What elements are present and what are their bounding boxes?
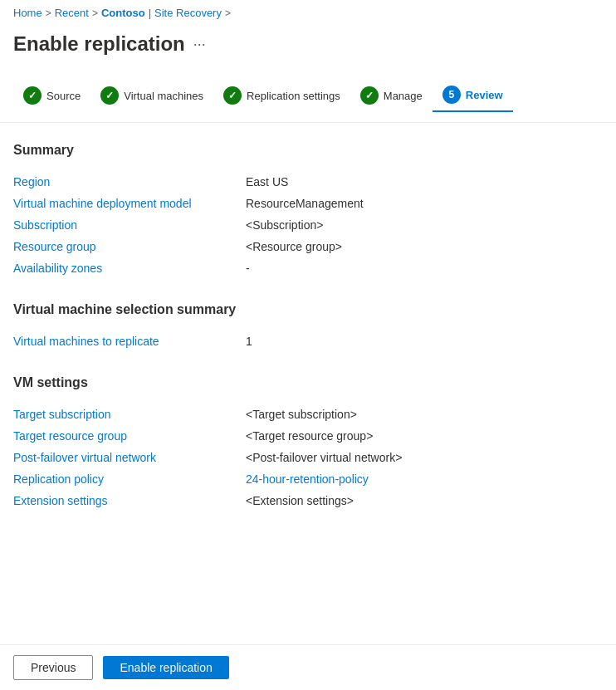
target-sub-label[interactable]: Target subscription (13, 408, 246, 421)
step-replication-settings[interactable]: Replication settings (213, 80, 350, 111)
wizard-steps: Source Virtual machines Replication sett… (0, 69, 616, 123)
summary-deployment-value: ResourceManagement (246, 197, 364, 210)
step-source-label: Source (46, 90, 81, 102)
summary-rg-label[interactable]: Resource group (13, 240, 246, 253)
target-sub-value: <Target subscription> (246, 408, 357, 421)
vm-selection-section: Virtual machine selection summary Virtua… (13, 302, 603, 352)
table-row: Virtual machine deployment model Resourc… (13, 193, 603, 214)
step-manage-check-icon (360, 86, 379, 105)
step-source[interactable]: Source (13, 80, 90, 111)
step-manage-label: Manage (384, 90, 423, 102)
step-virtual-machines[interactable]: Virtual machines (90, 80, 213, 111)
previous-button[interactable]: Previous (13, 655, 93, 680)
vm-selection-table: Virtual machines to replicate 1 (13, 330, 603, 352)
post-failover-vnet-value: <Post-failover virtual network> (246, 451, 402, 464)
summary-deployment-label[interactable]: Virtual machine deployment model (13, 197, 246, 210)
step-manage[interactable]: Manage (350, 80, 433, 111)
table-row: Target resource group <Target resource g… (13, 425, 603, 447)
step-rep-label: Replication settings (247, 90, 340, 102)
breadcrumb-site-recovery[interactable]: Site Recovery (154, 7, 222, 19)
table-row: Post-failover virtual network <Post-fail… (13, 447, 603, 468)
breadcrumb-contoso[interactable]: Contoso (101, 7, 145, 19)
target-rg-label[interactable]: Target resource group (13, 429, 246, 443)
page-header: Enable replication ··· (0, 26, 616, 69)
step-rep-check-icon (223, 86, 242, 105)
step-vm-check-icon (100, 86, 119, 105)
replication-policy-value[interactable]: 24-hour-retention-policy (246, 472, 369, 486)
more-options-icon[interactable]: ··· (193, 36, 206, 53)
summary-table: Region East US Virtual machine deploymen… (13, 171, 603, 279)
breadcrumb: Home > Recent > Contoso | Site Recovery … (0, 0, 616, 26)
breadcrumb-sep-3: > (225, 7, 231, 19)
step-review-num-icon: 5 (442, 86, 461, 104)
target-rg-value: <Target resource group> (246, 429, 373, 443)
vm-settings-table: Target subscription <Target subscription… (13, 404, 603, 511)
summary-subscription-label[interactable]: Subscription (13, 218, 246, 232)
replication-policy-label[interactable]: Replication policy (13, 472, 246, 486)
step-review[interactable]: 5 Review (433, 79, 513, 112)
enable-replication-button[interactable]: Enable replication (103, 656, 228, 679)
vm-settings-section: VM settings Target subscription <Target … (13, 375, 603, 511)
extension-settings-label[interactable]: Extension settings (13, 494, 246, 507)
summary-section: Summary Region East US Virtual machine d… (13, 143, 603, 279)
summary-subscription-value: <Subscription> (246, 218, 323, 232)
breadcrumb-home[interactable]: Home (13, 7, 42, 19)
breadcrumb-pipe: | (149, 7, 151, 19)
post-failover-vnet-label[interactable]: Post-failover virtual network (13, 451, 246, 464)
table-row: Availability zones - (13, 257, 603, 279)
table-row: Target subscription <Target subscription… (13, 404, 603, 425)
breadcrumb-recent[interactable]: Recent (55, 7, 89, 19)
summary-az-value: - (246, 262, 250, 275)
footer: Previous Enable replication (0, 644, 616, 690)
table-row: Resource group <Resource group> (13, 236, 603, 257)
step-source-check-icon (23, 86, 42, 105)
step-vm-label: Virtual machines (124, 90, 203, 102)
summary-rg-value: <Resource group> (246, 240, 342, 253)
step-review-label: Review (466, 89, 503, 101)
breadcrumb-sep-2: > (92, 7, 98, 19)
summary-az-label[interactable]: Availability zones (13, 262, 246, 275)
main-content: Summary Region East US Virtual machine d… (0, 123, 616, 555)
vms-to-replicate-value: 1 (246, 335, 252, 348)
extension-settings-value: <Extension settings> (246, 494, 354, 507)
table-row: Virtual machines to replicate 1 (13, 330, 603, 352)
table-row: Subscription <Subscription> (13, 214, 603, 236)
table-row: Replication policy 24-hour-retention-pol… (13, 468, 603, 490)
page-title: Enable replication (13, 32, 185, 56)
table-row: Extension settings <Extension settings> (13, 490, 603, 511)
vms-to-replicate-label[interactable]: Virtual machines to replicate (13, 335, 246, 348)
breadcrumb-sep-1: > (46, 7, 51, 19)
summary-region-value: East US (246, 175, 288, 188)
vm-settings-title: VM settings (13, 375, 603, 390)
summary-title: Summary (13, 143, 603, 158)
vm-selection-title: Virtual machine selection summary (13, 302, 603, 317)
table-row: Region East US (13, 171, 603, 193)
summary-region-label[interactable]: Region (13, 175, 246, 188)
